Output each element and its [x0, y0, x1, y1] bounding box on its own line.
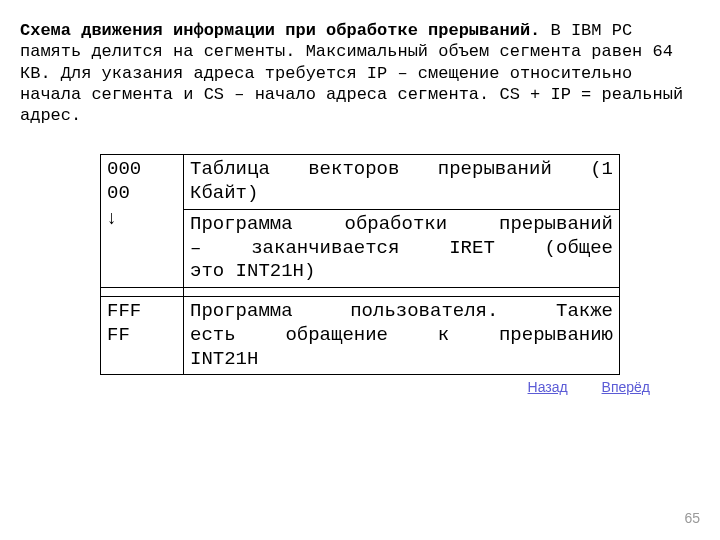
- addr-cell: 00000↓: [101, 155, 184, 288]
- table-row: [101, 288, 620, 297]
- body-text: Схема движения информации при обработке …: [20, 20, 700, 126]
- addr-cell: [101, 288, 184, 297]
- page-content: Схема движения информации при обработке …: [0, 0, 720, 395]
- desc-cell: Программа обработки прерываний – заканчи…: [184, 209, 620, 287]
- desc-cell: Программа пользователя. Также есть обращ…: [184, 297, 620, 375]
- page-number: 65: [684, 510, 700, 526]
- memory-table: 00000↓ Таблица векторов прерываний (1 Кб…: [100, 154, 620, 375]
- footer-links: Назад Вперёд: [20, 375, 700, 395]
- desc-cell: Таблица векторов прерываний (1 Кбайт): [184, 155, 620, 210]
- table-row: 00000↓ Таблица векторов прерываний (1 Кб…: [101, 155, 620, 210]
- heading: Схема движения информации при обработке …: [20, 21, 540, 40]
- back-link[interactable]: Назад: [528, 379, 568, 395]
- down-arrow-icon: ↓: [107, 207, 117, 228]
- forward-link[interactable]: Вперёд: [602, 379, 650, 395]
- addr-cell: FFFFF: [101, 297, 184, 375]
- table-row: FFFFF Программа пользователя. Также есть…: [101, 297, 620, 375]
- desc-cell: [184, 288, 620, 297]
